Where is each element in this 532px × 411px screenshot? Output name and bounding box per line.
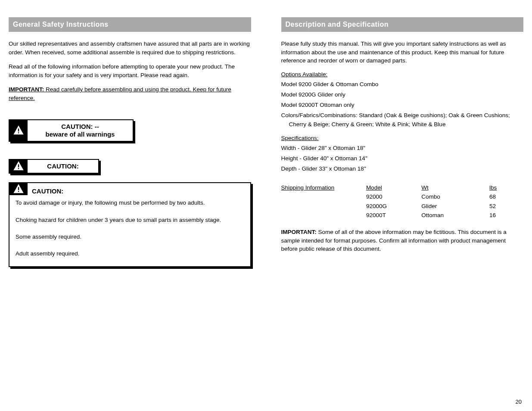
right-paragraph-1: Please fully study this manual. This wil… (281, 40, 524, 65)
left-paragraph-2: Read all of the following information be… (9, 62, 251, 79)
specs-list: Width - Glider 28" x Ottoman 18" Height … (281, 144, 524, 174)
caution-box-p4: Adult assembly required. (16, 249, 244, 258)
right-section-header: Description and Specification (281, 17, 524, 32)
table-row: 92000 Combo 68 (281, 192, 524, 202)
table-cell (281, 202, 366, 211)
caution-label-1-line1: CAUTION: -- (32, 123, 128, 131)
table-cell: 68 (489, 192, 523, 202)
list-item: Colors/Fabrics/Combinations: Standard (O… (289, 111, 524, 129)
caution-callout-1: CAUTION: -- beware of all warnings (9, 119, 134, 142)
table-cell: Glider (421, 202, 489, 211)
list-item: Model 9200G Glider only (289, 90, 524, 99)
note-prefix: IMPORTANT: (281, 229, 317, 235)
important-note: IMPORTANT: Some of all of the above info… (281, 228, 524, 253)
table-cell: 92000G (366, 202, 421, 211)
list-item: Width - Glider 28" x Ottoman 18" (289, 144, 524, 153)
table-cell (281, 192, 366, 202)
options-heading: Options Available: (281, 71, 524, 78)
list-item: Depth - Glider 33" x Ottoman 18" (289, 165, 524, 173)
left-section-header: General Safety Instructions (9, 17, 251, 32)
table-cell: Combo (421, 192, 489, 202)
caution-box-heading: CAUTION: (28, 183, 250, 195)
svg-rect-2 (18, 165, 19, 168)
list-item: Height - Glider 40" x Ottoman 14" (289, 154, 524, 163)
caution-callout-2: CAUTION: (9, 159, 99, 174)
table-header: Shipping Information (281, 183, 366, 193)
important-label: IMPORTANT: (9, 86, 46, 93)
svg-rect-4 (18, 187, 19, 190)
list-item: Model 92000T Ottoman only (289, 101, 524, 109)
left-paragraph-1: Our skilled representatives and assembly… (9, 40, 251, 56)
options-list: Model 9200 Glider & Ottoman Combo Model … (281, 80, 524, 129)
table-header: Wt (421, 183, 489, 193)
left-column: General Safety Instructions Our skilled … (9, 17, 251, 280)
caution-box-p1: To avoid damage or injury, the following… (16, 199, 244, 207)
list-item: Model 9200 Glider & Ottoman Combo (289, 80, 524, 89)
caution-box: CAUTION: To avoid damage or injury, the … (9, 182, 251, 267)
warning-icon (9, 160, 28, 173)
caution-label-1: CAUTION: -- beware of all warnings (28, 120, 133, 141)
table-row: 92000T Ottoman 16 (281, 211, 524, 220)
warning-icon (9, 120, 28, 141)
table-cell (281, 211, 366, 220)
svg-rect-1 (18, 132, 19, 133)
svg-rect-3 (18, 168, 19, 169)
caution-box-p2: Choking hazard for children under 3 year… (16, 216, 244, 224)
specs-heading: Specifications: (281, 135, 524, 141)
caution-box-p3: Some assembly required. (16, 233, 244, 241)
table-cell: 52 (489, 202, 523, 211)
caution-label-1-line2: beware of all warnings (32, 131, 128, 138)
table-cell: 92000T (366, 211, 421, 220)
table-row: 92000G Glider 52 (281, 202, 524, 211)
shipping-table: Shipping Information Model Wt lbs 92000 … (281, 183, 524, 220)
table-header: Model (366, 183, 421, 193)
table-cell: 92000 (366, 192, 421, 202)
left-paragraph-3: IMPORTANT: Read carefully before assembl… (9, 85, 251, 102)
table-cell: 16 (489, 211, 523, 220)
table-header-row: Shipping Information Model Wt lbs (281, 183, 524, 193)
warning-icon (9, 183, 28, 195)
page-number: 20 (516, 399, 522, 405)
caution-label-2: CAUTION: (28, 160, 98, 173)
table-cell: Ottoman (421, 211, 489, 220)
right-column: Description and Specification Please ful… (281, 17, 524, 280)
svg-rect-0 (18, 129, 19, 132)
svg-rect-5 (18, 191, 19, 192)
table-header: lbs (489, 183, 523, 193)
